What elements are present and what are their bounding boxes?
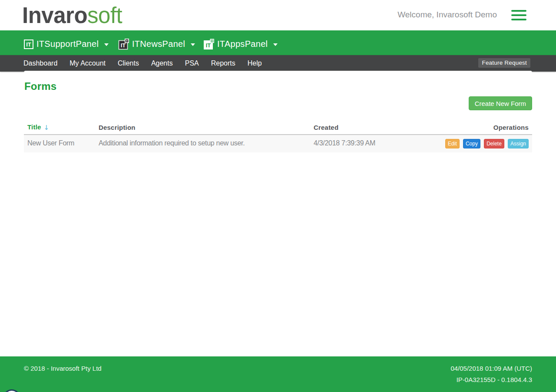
- cell-created: 4/3/2018 7:39:39 AM: [310, 135, 432, 152]
- nav-item-reports[interactable]: Reports: [205, 55, 242, 71]
- table-header-row: Title↓ Description Created Operations: [24, 121, 532, 135]
- invarosoft-logo[interactable]: Invarosoft: [22, 7, 122, 24]
- itnewspanel-icon: IT: [118, 39, 129, 50]
- column-header-created[interactable]: Created: [310, 121, 432, 135]
- panel-item-itappspanel[interactable]: IT ITAppsPanel: [203, 32, 278, 56]
- hamburger-bar: [511, 19, 526, 20]
- nav-menu: Dashboard My Account Clients Agents PSA …: [17, 55, 556, 71]
- main-navbar: Dashboard My Account Clients Agents PSA …: [0, 55, 556, 72]
- table-row: New User Form Additional information req…: [24, 135, 532, 152]
- panel-item-label: ITAppsPanel: [217, 39, 268, 49]
- column-header-description[interactable]: Description: [95, 121, 310, 135]
- column-header-title[interactable]: Title↓: [24, 121, 95, 135]
- welcome-message: Welcome, Invarosoft Demo: [397, 10, 497, 19]
- site-footer: © 2018 - Invarosoft Pty Ltd 04/05/2018 0…: [0, 356, 556, 392]
- copy-button[interactable]: Copy: [463, 139, 480, 148]
- cell-title: New User Form: [24, 135, 95, 152]
- panel-item-itsupportpanel[interactable]: IT ITSupportPanel: [24, 32, 109, 56]
- nav-item-help[interactable]: Help: [242, 55, 268, 71]
- hamburger-bar: [511, 14, 526, 16]
- cell-description: Additional information required to setup…: [95, 135, 310, 152]
- nav-item-clients[interactable]: Clients: [112, 55, 145, 71]
- column-header-operations: Operations: [432, 121, 532, 135]
- copyright-text: © 2018 - Invarosoft Pty Ltd: [24, 365, 102, 372]
- assign-button[interactable]: Assign: [508, 139, 529, 148]
- cell-operations: Edit Copy Delete Assign: [432, 135, 532, 152]
- footer-timestamp: 04/05/2018 01:09 AM (UTC): [450, 365, 532, 372]
- logo-text-primary: Invaro: [22, 3, 87, 28]
- chevron-down-icon: [273, 43, 278, 46]
- chevron-down-icon: [104, 43, 109, 46]
- itsupportpanel-icon: IT: [24, 40, 33, 49]
- page-title: Forms: [24, 81, 56, 92]
- nav-item-agents[interactable]: Agents: [145, 55, 179, 71]
- nav-item-my-account[interactable]: My Account: [63, 55, 112, 71]
- icon-text: IT: [206, 42, 211, 49]
- site-header: Invarosoft Welcome, Invarosoft Demo: [0, 0, 556, 30]
- forms-table: Title↓ Description Created Operations Ne…: [24, 121, 532, 152]
- logo-text-accent: soft: [87, 3, 122, 28]
- panel-item-label: ITNewsPanel: [132, 39, 185, 49]
- edit-button[interactable]: Edit: [445, 139, 460, 148]
- itappspanel-icon: IT: [203, 39, 214, 50]
- main-content: Forms Create New Form Title↓ Description…: [24, 71, 532, 356]
- hamburger-bar: [511, 10, 526, 12]
- icon-text: IT: [26, 41, 31, 48]
- create-new-form-button[interactable]: Create New Form: [469, 96, 532, 110]
- nav-item-dashboard[interactable]: Dashboard: [17, 55, 63, 71]
- hamburger-menu-icon[interactable]: [511, 10, 526, 20]
- delete-button[interactable]: Delete: [484, 139, 504, 148]
- panel-item-label: ITSupportPanel: [36, 39, 99, 49]
- chevron-down-icon: [191, 43, 195, 46]
- panel-bar: IT ITSupportPanel IT ITNewsPanel IT ITAp…: [0, 30, 556, 55]
- nav-item-psa[interactable]: PSA: [179, 55, 205, 71]
- footer-version: IP-0A32155D - 0.1804.4.3: [457, 376, 532, 383]
- feature-request-button[interactable]: Feature Request: [478, 58, 530, 68]
- panel-item-itnewspanel[interactable]: IT ITNewsPanel: [118, 32, 195, 56]
- sort-descending-icon: ↓: [44, 124, 50, 132]
